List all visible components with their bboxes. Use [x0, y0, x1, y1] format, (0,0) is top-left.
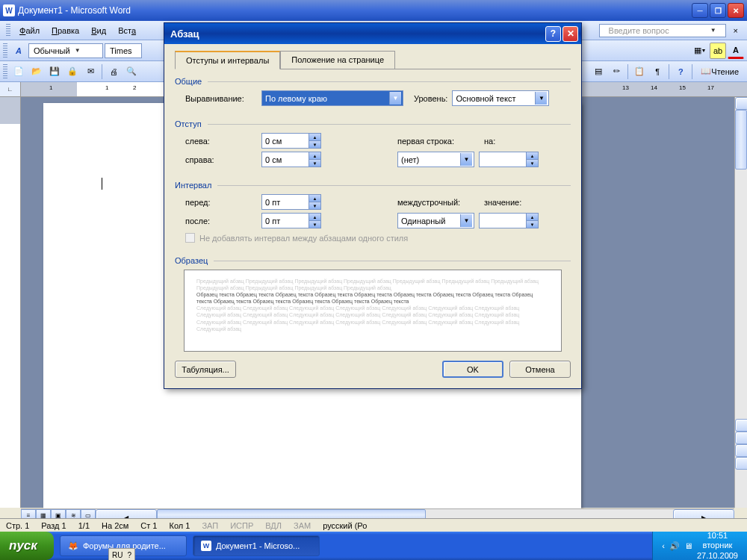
help-button[interactable]: ? [672, 63, 689, 80]
firstline-select[interactable]: (нет) ▼ [397, 152, 474, 167]
scroll-up-button[interactable]: ▲ [735, 97, 747, 110]
dropdown-icon: ▼ [535, 92, 547, 105]
status-lang[interactable]: русский (Ро [323, 521, 367, 530]
status-page[interactable]: Стр. 1 [6, 521, 29, 530]
scroll-thumb[interactable] [735, 110, 747, 169]
spin-down-icon[interactable]: ▼ [526, 160, 538, 167]
separator [669, 64, 669, 79]
menu-insert[interactable]: Вста [112, 24, 142, 37]
show-marks-button[interactable]: ¶ [649, 63, 666, 80]
search-placeholder: Введите вопрос [603, 24, 675, 37]
status-ovr[interactable]: ЗАМ [294, 521, 311, 530]
spin-down-icon[interactable]: ▼ [309, 141, 320, 148]
dialog-close-button[interactable]: ✕ [562, 26, 578, 42]
statusbar: Стр. 1 Разд 1 1/1 На 2см Ст 1 Кол 1 ЗАП … [0, 518, 747, 532]
tray-clock[interactable]: 10:51 вторник 27.10.2009 [697, 531, 738, 560]
next-page-button[interactable]: ⦿ [735, 457, 747, 470]
style-combo[interactable]: Обычный ▼ [28, 43, 103, 58]
tray-arrow-icon[interactable]: ‹ [662, 541, 665, 550]
mail-button[interactable]: ✉ [82, 63, 99, 80]
before-spinner[interactable]: 0 пт ▲▼ [261, 194, 321, 210]
system-tray[interactable]: ‹ 🔊 🖥 10:51 вторник 27.10.2009 [652, 532, 747, 560]
spin-up-icon[interactable]: ▲ [526, 152, 538, 160]
tabs-button[interactable]: Табуляция... [175, 361, 236, 378]
spin-up-icon[interactable]: ▲ [309, 152, 320, 160]
reading-button[interactable]: 📖 Чтение [695, 63, 744, 80]
drawing-button[interactable]: ✏ [608, 63, 624, 80]
vertical-ruler[interactable] [0, 97, 21, 508]
font-combo[interactable]: Times [105, 43, 142, 58]
status-trk[interactable]: ИСПР [230, 521, 253, 530]
grip-icon[interactable] [6, 24, 10, 37]
checkbox-icon [185, 233, 195, 243]
tab-selector[interactable]: ∟ [0, 82, 21, 96]
spin-down-icon[interactable]: ▼ [309, 202, 320, 209]
status-ext[interactable]: ВДЛ [265, 521, 282, 530]
highlight-button[interactable]: ab [710, 43, 726, 59]
permission-button[interactable]: 🔒 [64, 63, 81, 80]
right-indent-spinner[interactable]: 0 см ▲▼ [261, 152, 321, 167]
help-search-input[interactable]: Введите вопрос ▼ [599, 24, 726, 37]
alignment-select[interactable]: По левому краю ▼ [261, 90, 403, 106]
firefox-icon: 🦊 [68, 541, 78, 551]
after-spinner[interactable]: 0 пт ▲▼ [261, 213, 321, 228]
close-doc-button[interactable]: × [731, 25, 741, 36]
status-at[interactable]: На 2см [102, 521, 128, 530]
status-line[interactable]: Ст 1 [140, 521, 157, 530]
grip-icon[interactable] [3, 43, 7, 58]
doc-map-button[interactable]: 📋 [631, 63, 648, 80]
dropdown-icon: ▼ [73, 46, 82, 55]
dialog-help-button[interactable]: ? [545, 26, 561, 42]
save-button[interactable]: 💾 [46, 63, 63, 80]
minimize-button[interactable]: ─ [692, 3, 708, 18]
tray-icon[interactable]: 🔊 [669, 541, 680, 551]
by-spinner[interactable]: ▲▼ [479, 152, 539, 167]
level-select[interactable]: Основной текст ▼ [452, 90, 549, 106]
print-button[interactable]: 🖨 [105, 63, 122, 80]
status-section[interactable]: Разд 1 [41, 521, 66, 530]
vertical-scrollbar[interactable]: ▲ ▼ ⦿ ● ⦿ [734, 97, 747, 508]
status-rec[interactable]: ЗАП [202, 521, 218, 530]
preview-button[interactable]: 🔍 [123, 63, 140, 80]
columns-button[interactable]: ▤ [590, 63, 607, 80]
dialog-titlebar[interactable]: Абзац ? ✕ [164, 23, 581, 44]
styles-button[interactable]: A [10, 43, 27, 59]
lang-help-icon[interactable]: ? [127, 551, 131, 559]
spin-down-icon[interactable]: ▼ [309, 221, 320, 228]
spin-up-icon[interactable]: ▲ [309, 134, 320, 141]
spin-up-icon[interactable]: ▲ [309, 214, 320, 221]
font-color-button[interactable]: A [728, 43, 744, 59]
open-button[interactable]: 📂 [28, 63, 45, 80]
spin-up-icon[interactable]: ▲ [309, 195, 320, 202]
spin-down-icon[interactable]: ▼ [309, 160, 320, 167]
menu-file[interactable]: Файл [13, 24, 46, 37]
menu-edit[interactable]: Правка [46, 24, 85, 37]
border-button[interactable]: ▦▼ [692, 43, 708, 59]
ok-button[interactable]: OK [442, 361, 503, 378]
cancel-button[interactable]: Отмена [509, 361, 571, 378]
prev-page-button[interactable]: ⦿ [735, 432, 747, 444]
group-preview: Образец [175, 256, 571, 265]
left-indent-spinner[interactable]: 0 см ▲▼ [261, 133, 321, 149]
start-button[interactable]: пуск [0, 532, 54, 560]
lang-indicator[interactable]: RU [112, 551, 123, 559]
grip-icon[interactable] [3, 64, 7, 79]
spin-down-icon[interactable]: ▼ [526, 221, 538, 228]
language-bar[interactable]: RU ? [108, 548, 135, 560]
tray-day: вторник [697, 541, 738, 550]
at-spinner[interactable]: ▲▼ [479, 213, 539, 228]
new-button[interactable]: 📄 [10, 63, 27, 80]
status-pages[interactable]: 1/1 [78, 521, 90, 530]
linespacing-select[interactable]: Одинарный ▼ [397, 213, 474, 228]
tab-indents[interactable]: Отступы и интервалы [175, 51, 280, 69]
menu-view[interactable]: Вид [85, 24, 112, 37]
status-col[interactable]: Кол 1 [169, 521, 190, 530]
tray-icon[interactable]: 🖥 [684, 541, 692, 550]
scroll-down-button[interactable]: ▼ [735, 419, 747, 432]
close-button[interactable]: ✕ [728, 3, 744, 18]
spin-up-icon[interactable]: ▲ [526, 214, 538, 221]
browse-button[interactable]: ● [735, 444, 747, 457]
maximize-button[interactable]: ❐ [710, 3, 726, 18]
taskbar-item-word[interactable]: W Документ1 - Microso... [193, 535, 320, 556]
tab-pageposition[interactable]: Положение на странице [280, 51, 395, 69]
